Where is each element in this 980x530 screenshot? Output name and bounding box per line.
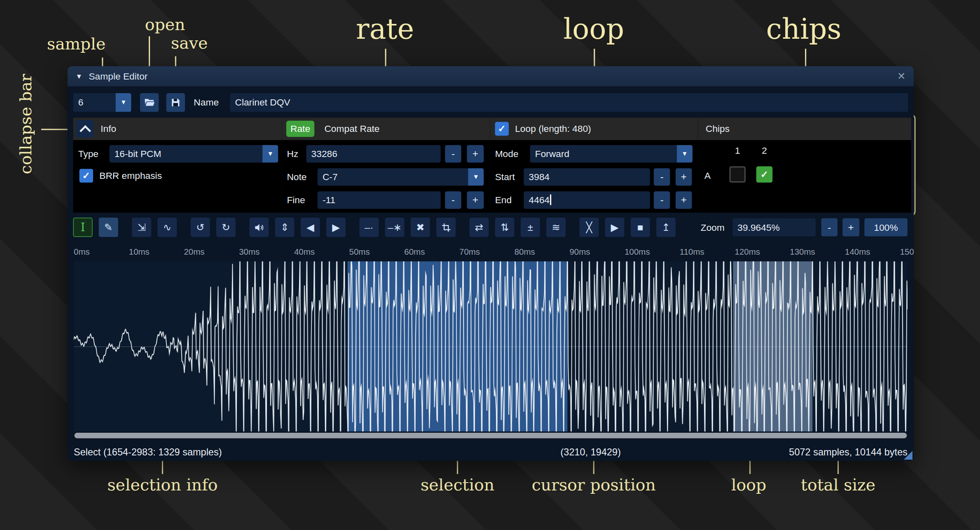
loop-checkbox[interactable]: ✓ <box>495 122 509 136</box>
fine-plus-button[interactable]: + <box>467 191 484 209</box>
waveform-scrollbar[interactable] <box>74 432 907 439</box>
chevron-down-icon: ▼ <box>468 168 484 185</box>
undo-button[interactable]: ↺ <box>191 218 210 237</box>
loop-section: ✓ Loop (length: 480) Mode Forward ▼ Star… <box>490 117 698 213</box>
close-icon[interactable]: ✕ <box>897 66 905 87</box>
name-label: Name <box>194 93 219 112</box>
loop-start-input[interactable]: 3984 <box>524 168 650 185</box>
insert-silence-button[interactable]: –· <box>359 218 379 237</box>
reverse-icon: ⇄ <box>475 221 483 233</box>
filter-button[interactable]: ≋ <box>546 218 566 237</box>
draw-tool-button[interactable]: ✎ <box>99 218 118 237</box>
sample-editor-window: ▼ Sample Editor ✕ 6 ▼ Name Clarinet DQV <box>68 66 914 461</box>
type-label: Type <box>78 145 98 162</box>
toolbar: I✎⇲∿↺↻⇕◀▶–·–∗✖⇄⇅±≋╳▶■↥ Zoom 39.9645% - +… <box>68 218 914 237</box>
fine-input[interactable]: -11 <box>318 191 441 209</box>
annotation-selection-label: selection <box>421 475 494 494</box>
loop-start-minus-button[interactable]: - <box>654 168 670 185</box>
annotation-open-label: open <box>145 15 185 34</box>
status-bar: Select (1654-2983: 1329 samples) (3210, … <box>68 443 914 461</box>
crossfade-button[interactable]: ╳ <box>579 218 599 237</box>
redo-button[interactable]: ↻ <box>216 218 236 237</box>
annotation-total-size-label: total size <box>801 475 875 494</box>
select-tool-button[interactable]: I <box>73 218 93 237</box>
collapse-info-button[interactable] <box>76 120 94 137</box>
zoom-out-button[interactable]: - <box>821 218 837 237</box>
window-resize-grip[interactable] <box>904 451 912 460</box>
normalize-button[interactable]: ⇕ <box>275 218 295 237</box>
hz-input[interactable]: 33286 <box>306 145 440 162</box>
annotation-save-label: save <box>171 34 208 53</box>
save-button[interactable] <box>166 93 185 112</box>
resize-button[interactable]: ⇲ <box>132 218 151 237</box>
name-value: Clarinet DQV <box>235 97 290 108</box>
brr-emphasis-checkbox[interactable]: ✓ <box>80 169 93 183</box>
note-select[interactable]: C-7 ▼ <box>318 168 484 185</box>
timeline-tick: 120ms <box>735 244 760 260</box>
selection-info-text: Select (1654-2983: 1329 samples) <box>74 443 222 461</box>
chevron-up-icon <box>79 125 91 136</box>
timeline-tick: 50ms <box>349 244 370 260</box>
apply-silence-button[interactable]: –∗ <box>385 218 405 237</box>
loop-end-minus-button[interactable]: - <box>654 191 670 209</box>
loop-mode-label: Mode <box>495 145 519 162</box>
sign-button[interactable]: ± <box>521 218 540 237</box>
open-button[interactable] <box>140 93 159 112</box>
note-value: C-7 <box>323 171 338 182</box>
timeline-tick: 60ms <box>404 244 425 260</box>
trim-button[interactable] <box>436 218 456 237</box>
sign-icon: ± <box>528 222 533 233</box>
chips-row-a-label: A <box>704 168 711 184</box>
info-header-label: Info <box>101 117 116 140</box>
stop-button[interactable]: ■ <box>631 218 650 237</box>
hz-label: Hz <box>287 145 298 162</box>
reverse-button[interactable]: ⇄ <box>469 218 489 237</box>
sample-number-select[interactable]: 6 ▼ <box>73 93 131 112</box>
timeline-tick: 110ms <box>680 244 704 260</box>
amplify-button[interactable] <box>249 218 269 237</box>
hz-plus-button[interactable]: + <box>467 145 484 162</box>
info-section: Info Type 16-bit PCM ▼ ✓ BRR emphasis <box>73 117 282 213</box>
hz-minus-button[interactable]: - <box>445 145 461 162</box>
rate-badge-button[interactable]: Rate <box>286 121 314 137</box>
window-titlebar[interactable]: ▼ Sample Editor ✕ <box>68 66 914 87</box>
rate-header-label: Compat Rate <box>324 117 379 140</box>
type-select[interactable]: 16-bit PCM ▼ <box>110 145 278 162</box>
annotation-selection-info-label: selection info <box>107 475 218 494</box>
annotation-rate-label: rate <box>356 12 414 45</box>
timeline-tick: 70ms <box>459 244 480 260</box>
timeline-tick: 30ms <box>239 244 260 260</box>
annotation-cursor-position-label: cursor position <box>532 475 656 494</box>
loop-end-input[interactable]: 4464 <box>524 191 650 209</box>
timeline-tick: 80ms <box>515 244 535 260</box>
chips-column-2-label: 2 <box>756 145 772 156</box>
zoom-reset-button[interactable]: 100% <box>864 218 907 237</box>
loop-mode-select[interactable]: Forward ▼ <box>530 145 692 162</box>
waveform-canvas[interactable] <box>74 261 907 432</box>
name-input[interactable]: Clarinet DQV <box>230 93 908 112</box>
resample-button[interactable]: ∿ <box>157 218 177 237</box>
chevron-down-icon: ▼ <box>677 145 692 162</box>
timeline-ruler: 0ms10ms20ms30ms40ms50ms60ms70ms80ms90ms1… <box>68 244 914 260</box>
loop-start-plus-button[interactable]: + <box>676 168 692 185</box>
crossfade-icon: ╳ <box>586 221 592 233</box>
chip-a2-checkbox[interactable]: ✓ <box>756 167 772 183</box>
loop-end-plus-button[interactable]: + <box>676 191 692 209</box>
window-collapse-icon[interactable]: ▼ <box>76 66 83 87</box>
create-wavetable-button[interactable]: ↥ <box>656 218 676 237</box>
scrollbar-thumb[interactable] <box>75 433 907 439</box>
fade-out-button[interactable]: ▶ <box>326 218 346 237</box>
delete-button[interactable]: ✖ <box>411 218 430 237</box>
fine-minus-button[interactable]: - <box>445 191 461 209</box>
fine-label: Fine <box>287 191 305 209</box>
invert-button[interactable]: ⇅ <box>495 218 515 237</box>
cursor-position-text: (3210, 19429) <box>561 443 621 461</box>
zoom-input[interactable]: 39.9645% <box>732 218 816 237</box>
preview-button[interactable]: ▶ <box>605 218 624 237</box>
zoom-in-button[interactable]: + <box>842 218 859 237</box>
brr-emphasis-label: BRR emphasis <box>99 169 162 183</box>
fade-in-button[interactable]: ◀ <box>301 218 320 237</box>
loop-header-label: Loop (length: 480) <box>515 117 591 140</box>
chip-a1-checkbox[interactable] <box>730 167 746 183</box>
loop-mode-value: Forward <box>535 148 569 159</box>
